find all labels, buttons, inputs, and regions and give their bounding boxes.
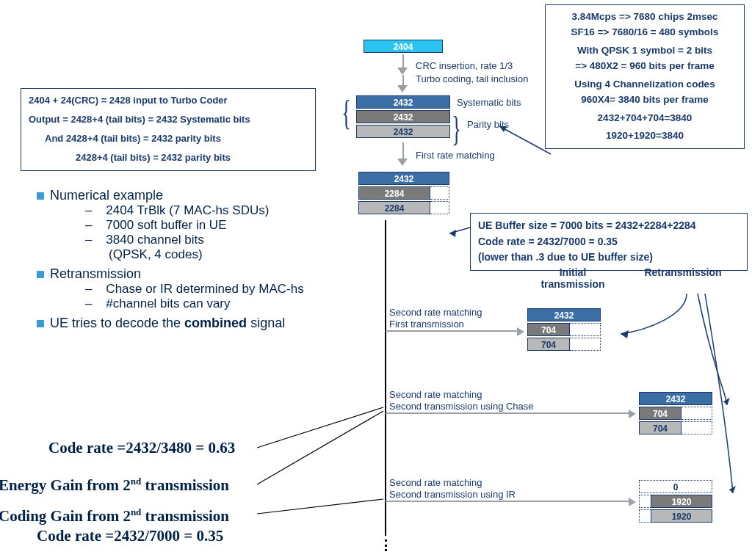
pointer-lines <box>0 0 752 560</box>
svg-line-9 <box>257 499 383 514</box>
svg-line-8 <box>257 411 383 484</box>
svg-line-7 <box>257 407 383 448</box>
